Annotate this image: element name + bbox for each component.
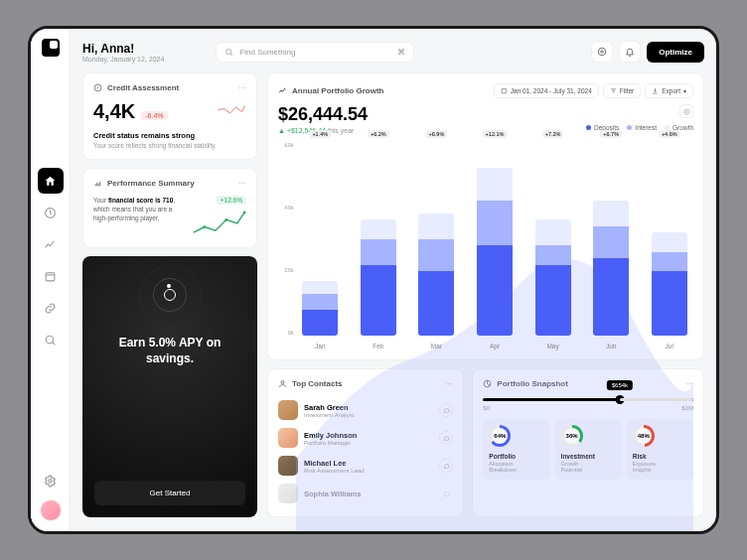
more-icon[interactable]: ⋯: [238, 179, 246, 188]
svg-point-5: [601, 51, 604, 54]
brand-icon[interactable]: ◎: [679, 104, 693, 118]
nav-settings[interactable]: [38, 468, 64, 493]
filter-button[interactable]: Filter: [603, 83, 641, 98]
slider-value: $654k: [607, 380, 633, 390]
avatar: [278, 484, 298, 503]
optimize-button[interactable]: Optimize: [647, 42, 704, 63]
avatar: [278, 428, 298, 448]
chart-title: Annual Portfolio Growth: [292, 86, 383, 95]
contact-role: Investment Analyst: [304, 412, 433, 418]
bar-jan[interactable]: +1.4%Jan: [296, 142, 345, 336]
contact-row[interactable]: Emily JohnsonPortfolio Manager: [278, 424, 453, 452]
more-icon[interactable]: ⋯: [685, 379, 693, 388]
portfolio-slider[interactable]: $654k: [483, 398, 693, 401]
sidebar: [31, 29, 71, 531]
svg-point-2: [46, 336, 54, 344]
app-logo[interactable]: [42, 39, 60, 57]
sparkline: [217, 102, 246, 118]
avatar: [278, 400, 298, 420]
nav-link[interactable]: [38, 295, 64, 321]
contact-role: Risk Assessment Lead: [304, 468, 433, 474]
snapshot-metric[interactable]: 36%InvestmentGrowthPotential: [555, 419, 622, 480]
promo-graphic: [153, 278, 187, 312]
slider-labels: $0$1M: [483, 405, 693, 411]
performance-title: Performance Summary: [107, 179, 195, 188]
nav-home[interactable]: [38, 168, 64, 194]
performance-card: Performance Summary ⋯ Your financial sco…: [82, 168, 257, 248]
nav-search[interactable]: [38, 327, 64, 352]
search-input[interactable]: Find Something ⌘: [216, 42, 414, 63]
svg-rect-11: [502, 88, 507, 92]
svg-point-12: [281, 381, 284, 384]
bar-feb[interactable]: +6.2%Feb: [355, 142, 403, 336]
greeting-date: Monday, January 12, 2024: [82, 56, 164, 63]
contact-row[interactable]: Sarah GreenInvestment Analyst: [278, 396, 453, 424]
message-icon[interactable]: [439, 487, 453, 500]
chart-value: $26,444.54: [278, 104, 368, 125]
performance-sparkline: [192, 208, 246, 237]
message-icon[interactable]: [439, 403, 453, 417]
snapshot-metric[interactable]: 64%PortfolioAllocationBreakdown: [483, 419, 549, 480]
export-button[interactable]: Export▾: [645, 83, 693, 98]
search-icon: [224, 48, 233, 57]
promo-card: Earn 5.0% APY on savings. Get Started: [82, 256, 257, 517]
credit-title: Credit Assessment: [107, 83, 179, 92]
message-icon[interactable]: [439, 431, 453, 445]
contact-name: Michael Lee: [304, 459, 433, 468]
contact-row[interactable]: Michael LeeRisk Assessment Lead: [278, 452, 453, 480]
search-shortcut: ⌘: [397, 48, 405, 57]
bar-chart: 60k40k20k0k +1.4%Jan+6.2%Feb+6.9%Mar+12.…: [278, 142, 693, 350]
more-icon[interactable]: ⋯: [445, 379, 453, 388]
contacts-title: Top Contacts: [292, 379, 343, 388]
contact-name: Emily Johnson: [304, 431, 433, 440]
bar-mar[interactable]: +6.9%Mar: [412, 142, 461, 336]
nav-analytics[interactable]: [38, 231, 64, 257]
contacts-card: Top Contacts ⋯ Sarah GreenInvestment Ana…: [267, 368, 464, 517]
y-axis: 60k40k20k0k: [278, 142, 294, 336]
greeting-text: Hi, Anna!: [82, 42, 164, 56]
date-range-picker[interactable]: Jan 01, 2024 - July 31, 2024: [494, 83, 599, 98]
pie-icon: [483, 379, 492, 388]
credit-status: Credit status remains strong: [93, 131, 246, 140]
bar-jul[interactable]: +4.6%Jul: [645, 142, 693, 336]
search-placeholder: Find Something: [239, 48, 295, 57]
nav-clock[interactable]: [38, 200, 64, 225]
contact-row[interactable]: Sophia Williams: [278, 480, 453, 507]
avatar: [278, 456, 298, 476]
get-started-button[interactable]: Get Started: [94, 481, 245, 505]
bar-jun[interactable]: +6.7%Jun: [587, 142, 636, 336]
nav-calendar[interactable]: [38, 263, 64, 289]
chart-card: Annual Portfolio Growth Jan 01, 2024 - J…: [267, 72, 704, 360]
svg-point-3: [49, 479, 52, 482]
snapshot-metric[interactable]: 48%RiskExposureInsights: [627, 419, 693, 480]
contact-name: Sarah Green: [304, 403, 433, 412]
chart-icon: [93, 179, 102, 188]
svg-point-8: [203, 225, 206, 228]
contact-role: Portfolio Manager: [304, 440, 433, 446]
snapshot-card: Portfolio Snapshot ⋯ $654k $0$1M 64%Port…: [472, 368, 704, 517]
greeting: Hi, Anna! Monday, January 12, 2024: [82, 42, 164, 63]
main-content: Hi, Anna! Monday, January 12, 2024 Find …: [71, 29, 716, 531]
credit-delta: -6.4%: [141, 111, 167, 120]
bar-may[interactable]: +7.2%May: [528, 142, 577, 336]
header: Hi, Anna! Monday, January 12, 2024 Find …: [82, 41, 704, 63]
user-avatar[interactable]: [40, 499, 62, 521]
growth-icon: [278, 86, 287, 95]
contact-name: Sophia Williams: [304, 490, 433, 498]
svg-point-6: [598, 48, 606, 56]
svg-point-4: [226, 49, 231, 54]
bar-apr[interactable]: +12.1%Apr: [471, 142, 520, 336]
app-frame: Hi, Anna! Monday, January 12, 2024 Find …: [28, 26, 719, 534]
shield-icon: [93, 83, 102, 92]
promo-headline: Earn 5.0% APY on savings.: [94, 336, 245, 366]
credit-card: Credit Assessment ⋯ 4,4K -6.4% Credit st…: [82, 72, 257, 160]
notifications-button[interactable]: [619, 41, 641, 63]
svg-point-10: [243, 211, 246, 214]
performance-badge: +12.6%: [217, 196, 246, 205]
credit-value: 4,4K: [93, 100, 135, 123]
message-icon[interactable]: [439, 459, 453, 473]
snapshot-title: Portfolio Snapshot: [497, 379, 568, 388]
svg-rect-1: [46, 272, 55, 280]
more-icon[interactable]: ⋯: [238, 83, 246, 92]
settings-button[interactable]: [591, 41, 613, 63]
